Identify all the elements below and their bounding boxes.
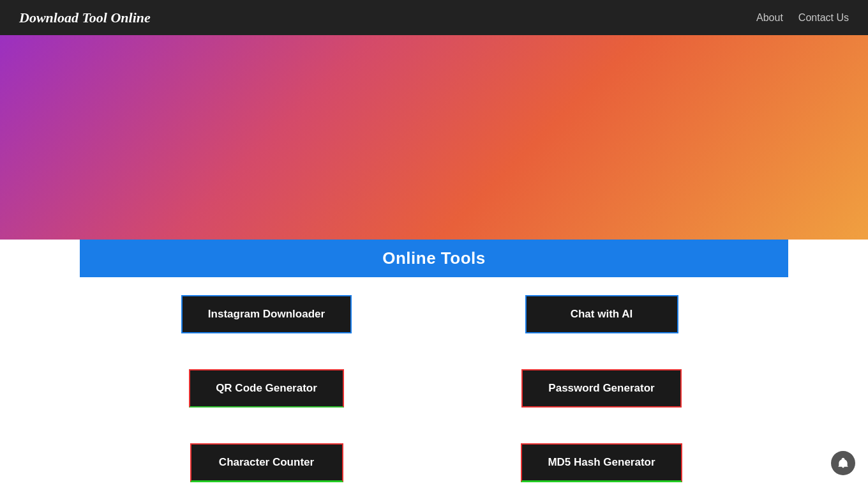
tool-cell-qr: QR Code Generator	[99, 351, 434, 425]
navbar: Download Tool Online About Contact Us	[0, 0, 868, 35]
chat-with-ai-button[interactable]: Chat with AI	[525, 295, 678, 333]
nav-links: About Contact Us	[756, 12, 849, 24]
hero-banner	[0, 35, 868, 240]
tool-cell-password: Password Generator	[434, 351, 769, 425]
nav-contact[interactable]: Contact Us	[798, 12, 849, 24]
password-generator-button[interactable]: Password Generator	[521, 369, 681, 408]
tool-cell-character: Character Counter	[99, 425, 434, 488]
tools-header: Online Tools	[80, 240, 788, 277]
notification-bell[interactable]	[831, 451, 855, 475]
character-counter-button[interactable]: Character Counter	[190, 443, 343, 482]
bell-icon	[837, 457, 849, 469]
md5-hash-generator-button[interactable]: MD5 Hash Generator	[521, 443, 682, 482]
tool-cell-chat: Chat with AI	[434, 277, 769, 351]
tool-cell-md5: MD5 Hash Generator	[434, 425, 769, 488]
qr-code-generator-button[interactable]: QR Code Generator	[189, 369, 344, 408]
tools-grid: Instagram Downloader Chat with AI QR Cod…	[80, 277, 788, 488]
tools-section: Online Tools Instagram Downloader Chat w…	[80, 240, 788, 488]
site-logo[interactable]: Download Tool Online	[19, 10, 151, 26]
nav-about[interactable]: About	[756, 12, 783, 24]
tool-cell-instagram: Instagram Downloader	[99, 277, 434, 351]
instagram-downloader-button[interactable]: Instagram Downloader	[181, 295, 352, 333]
